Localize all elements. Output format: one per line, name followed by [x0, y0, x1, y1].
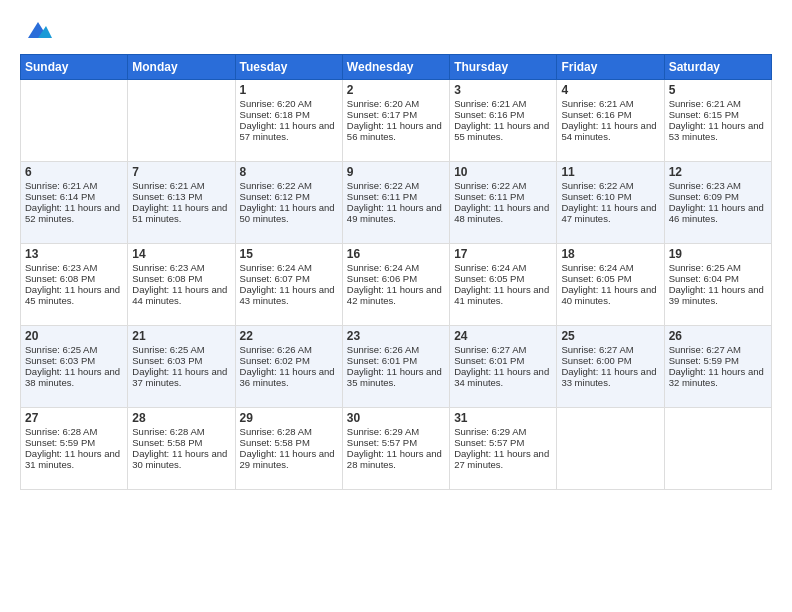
sunset-text: Sunset: 6:01 PM	[454, 355, 552, 366]
day-number: 16	[347, 247, 445, 261]
sunset-text: Sunset: 6:09 PM	[669, 191, 767, 202]
sunrise-text: Sunrise: 6:24 AM	[347, 262, 445, 273]
sunrise-text: Sunrise: 6:21 AM	[454, 98, 552, 109]
sunset-text: Sunset: 6:11 PM	[347, 191, 445, 202]
sunset-text: Sunset: 5:59 PM	[25, 437, 123, 448]
day-number: 28	[132, 411, 230, 425]
sunset-text: Sunset: 6:13 PM	[132, 191, 230, 202]
sunrise-text: Sunrise: 6:23 AM	[669, 180, 767, 191]
calendar-cell	[21, 80, 128, 162]
calendar-cell: 24Sunrise: 6:27 AMSunset: 6:01 PMDayligh…	[450, 326, 557, 408]
day-number: 14	[132, 247, 230, 261]
day-number: 24	[454, 329, 552, 343]
day-number: 20	[25, 329, 123, 343]
daylight-text: Daylight: 11 hours and 31 minutes.	[25, 448, 123, 470]
daylight-text: Daylight: 11 hours and 56 minutes.	[347, 120, 445, 142]
sunrise-text: Sunrise: 6:22 AM	[347, 180, 445, 191]
sunset-text: Sunset: 6:03 PM	[132, 355, 230, 366]
calendar-cell: 3Sunrise: 6:21 AMSunset: 6:16 PMDaylight…	[450, 80, 557, 162]
sunset-text: Sunset: 6:04 PM	[669, 273, 767, 284]
sunset-text: Sunset: 6:11 PM	[454, 191, 552, 202]
calendar-cell	[128, 80, 235, 162]
sunset-text: Sunset: 6:06 PM	[347, 273, 445, 284]
sunrise-text: Sunrise: 6:26 AM	[240, 344, 338, 355]
sunrise-text: Sunrise: 6:25 AM	[25, 344, 123, 355]
header-thursday: Thursday	[450, 55, 557, 80]
daylight-text: Daylight: 11 hours and 33 minutes.	[561, 366, 659, 388]
calendar-cell: 25Sunrise: 6:27 AMSunset: 6:00 PMDayligh…	[557, 326, 664, 408]
sunrise-text: Sunrise: 6:25 AM	[669, 262, 767, 273]
daylight-text: Daylight: 11 hours and 28 minutes.	[347, 448, 445, 470]
sunrise-text: Sunrise: 6:28 AM	[132, 426, 230, 437]
calendar-cell: 4Sunrise: 6:21 AMSunset: 6:16 PMDaylight…	[557, 80, 664, 162]
calendar-cell: 14Sunrise: 6:23 AMSunset: 6:08 PMDayligh…	[128, 244, 235, 326]
day-number: 5	[669, 83, 767, 97]
sunrise-text: Sunrise: 6:28 AM	[25, 426, 123, 437]
sunset-text: Sunset: 6:08 PM	[132, 273, 230, 284]
daylight-text: Daylight: 11 hours and 41 minutes.	[454, 284, 552, 306]
sunrise-text: Sunrise: 6:20 AM	[347, 98, 445, 109]
week-row-4: 20Sunrise: 6:25 AMSunset: 6:03 PMDayligh…	[21, 326, 772, 408]
sunset-text: Sunset: 5:59 PM	[669, 355, 767, 366]
sunset-text: Sunset: 6:01 PM	[347, 355, 445, 366]
page: SundayMondayTuesdayWednesdayThursdayFrid…	[0, 0, 792, 612]
daylight-text: Daylight: 11 hours and 42 minutes.	[347, 284, 445, 306]
sunrise-text: Sunrise: 6:21 AM	[132, 180, 230, 191]
week-row-3: 13Sunrise: 6:23 AMSunset: 6:08 PMDayligh…	[21, 244, 772, 326]
sunrise-text: Sunrise: 6:22 AM	[561, 180, 659, 191]
daylight-text: Daylight: 11 hours and 49 minutes.	[347, 202, 445, 224]
daylight-text: Daylight: 11 hours and 48 minutes.	[454, 202, 552, 224]
sunset-text: Sunset: 5:57 PM	[454, 437, 552, 448]
calendar-cell: 9Sunrise: 6:22 AMSunset: 6:11 PMDaylight…	[342, 162, 449, 244]
sunrise-text: Sunrise: 6:27 AM	[454, 344, 552, 355]
calendar-cell: 28Sunrise: 6:28 AMSunset: 5:58 PMDayligh…	[128, 408, 235, 490]
day-number: 11	[561, 165, 659, 179]
daylight-text: Daylight: 11 hours and 34 minutes.	[454, 366, 552, 388]
day-number: 2	[347, 83, 445, 97]
sunset-text: Sunset: 5:58 PM	[240, 437, 338, 448]
sunset-text: Sunset: 5:58 PM	[132, 437, 230, 448]
day-number: 31	[454, 411, 552, 425]
calendar-cell: 29Sunrise: 6:28 AMSunset: 5:58 PMDayligh…	[235, 408, 342, 490]
daylight-text: Daylight: 11 hours and 57 minutes.	[240, 120, 338, 142]
calendar-cell: 26Sunrise: 6:27 AMSunset: 5:59 PMDayligh…	[664, 326, 771, 408]
day-number: 8	[240, 165, 338, 179]
daylight-text: Daylight: 11 hours and 27 minutes.	[454, 448, 552, 470]
daylight-text: Daylight: 11 hours and 50 minutes.	[240, 202, 338, 224]
calendar-cell: 21Sunrise: 6:25 AMSunset: 6:03 PMDayligh…	[128, 326, 235, 408]
header-monday: Monday	[128, 55, 235, 80]
sunset-text: Sunset: 5:57 PM	[347, 437, 445, 448]
logo	[20, 16, 52, 44]
sunrise-text: Sunrise: 6:25 AM	[132, 344, 230, 355]
sunset-text: Sunset: 6:00 PM	[561, 355, 659, 366]
calendar-cell: 16Sunrise: 6:24 AMSunset: 6:06 PMDayligh…	[342, 244, 449, 326]
calendar-cell: 22Sunrise: 6:26 AMSunset: 6:02 PMDayligh…	[235, 326, 342, 408]
calendar-cell: 2Sunrise: 6:20 AMSunset: 6:17 PMDaylight…	[342, 80, 449, 162]
calendar-cell: 30Sunrise: 6:29 AMSunset: 5:57 PMDayligh…	[342, 408, 449, 490]
day-number: 10	[454, 165, 552, 179]
daylight-text: Daylight: 11 hours and 39 minutes.	[669, 284, 767, 306]
week-row-1: 1Sunrise: 6:20 AMSunset: 6:18 PMDaylight…	[21, 80, 772, 162]
day-number: 27	[25, 411, 123, 425]
header-wednesday: Wednesday	[342, 55, 449, 80]
daylight-text: Daylight: 11 hours and 29 minutes.	[240, 448, 338, 470]
calendar-cell: 17Sunrise: 6:24 AMSunset: 6:05 PMDayligh…	[450, 244, 557, 326]
sunset-text: Sunset: 6:14 PM	[25, 191, 123, 202]
calendar-cell: 1Sunrise: 6:20 AMSunset: 6:18 PMDaylight…	[235, 80, 342, 162]
calendar-cell: 11Sunrise: 6:22 AMSunset: 6:10 PMDayligh…	[557, 162, 664, 244]
sunrise-text: Sunrise: 6:20 AM	[240, 98, 338, 109]
sunset-text: Sunset: 6:05 PM	[561, 273, 659, 284]
daylight-text: Daylight: 11 hours and 51 minutes.	[132, 202, 230, 224]
sunset-text: Sunset: 6:16 PM	[561, 109, 659, 120]
daylight-text: Daylight: 11 hours and 36 minutes.	[240, 366, 338, 388]
sunrise-text: Sunrise: 6:29 AM	[347, 426, 445, 437]
daylight-text: Daylight: 11 hours and 46 minutes.	[669, 202, 767, 224]
day-number: 17	[454, 247, 552, 261]
sunrise-text: Sunrise: 6:23 AM	[132, 262, 230, 273]
day-number: 4	[561, 83, 659, 97]
calendar-cell: 12Sunrise: 6:23 AMSunset: 6:09 PMDayligh…	[664, 162, 771, 244]
daylight-text: Daylight: 11 hours and 55 minutes.	[454, 120, 552, 142]
day-number: 6	[25, 165, 123, 179]
sunset-text: Sunset: 6:05 PM	[454, 273, 552, 284]
calendar-cell: 15Sunrise: 6:24 AMSunset: 6:07 PMDayligh…	[235, 244, 342, 326]
